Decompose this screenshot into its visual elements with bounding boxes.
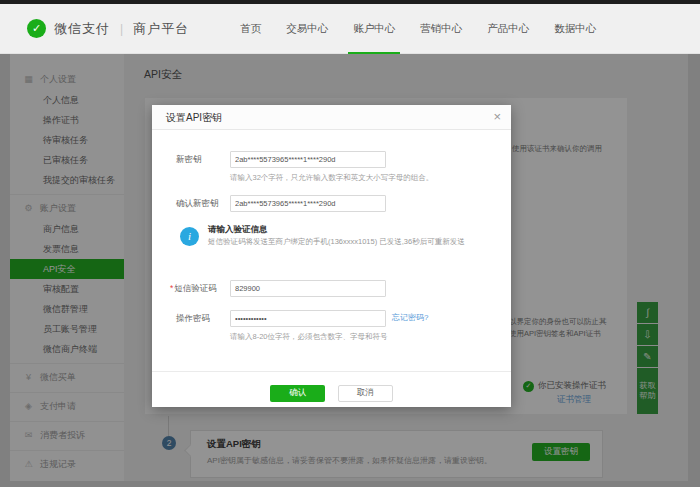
new-key-helper: 请输入32个字符，只允许输入数字和英文大小写字母的组合。	[230, 173, 433, 183]
top-nav: ✓ 微信支付 | 商户平台 首页 交易中心 账户中心 营销中心 产品中心 数据中…	[0, 4, 700, 54]
dialog-header: 设置API密钥 ×	[152, 105, 511, 130]
nav-item-account-center[interactable]: 账户中心	[348, 4, 400, 54]
brand-divider: |	[120, 22, 123, 36]
nav-item-product-center[interactable]: 产品中心	[482, 4, 534, 54]
op-password-label: 操作密码	[176, 310, 228, 327]
sms-code-input[interactable]	[230, 280, 386, 297]
brand-name: 微信支付	[54, 20, 110, 38]
set-api-key-dialog: 设置API密钥 × 新密钥 请输入32个字符，只允许输入数字和英文大小写字母的组…	[152, 105, 511, 407]
info-icon: i	[180, 227, 199, 246]
op-password-input[interactable]	[230, 310, 386, 327]
sms-code-label-text: 短信验证码	[174, 283, 217, 293]
nav-item-data-center[interactable]: 数据中心	[549, 4, 601, 54]
nav-item-trade-center[interactable]: 交易中心	[281, 4, 333, 54]
close-icon[interactable]: ×	[493, 108, 501, 126]
nav-item-home[interactable]: 首页	[235, 4, 266, 54]
dialog-title: 设置API密钥	[166, 111, 222, 125]
forgot-password-link[interactable]: 忘记密码?	[392, 312, 428, 323]
dialog-footer: 确认 取消	[152, 371, 511, 407]
sms-code-label: *短信验证码	[170, 280, 222, 297]
page-body: ▦ 个人设置 个人信息 操作证书 待审核任务 已审核任务 我提交的审核任务 ⚙ …	[0, 54, 700, 487]
confirm-button[interactable]: 确认	[270, 385, 325, 402]
wechat-pay-logo-icon: ✓	[27, 19, 46, 38]
merchant-platform-window: ✓ 微信支付 | 商户平台 首页 交易中心 账户中心 营销中心 产品中心 数据中…	[0, 0, 700, 487]
confirm-key-input[interactable]	[230, 195, 386, 212]
new-key-input[interactable]	[230, 151, 386, 168]
cancel-button[interactable]: 取消	[338, 385, 393, 402]
confirm-key-label: 确认新密钥	[176, 195, 228, 212]
nav-item-marketing-center[interactable]: 营销中心	[415, 4, 467, 54]
verify-notice-title: 请输入验证信息	[208, 224, 268, 236]
portal-name: 商户平台	[133, 20, 189, 38]
verify-notice-text: 短信验证码将发送至商户绑定的手机(136xxxx1015) 已发送,36秒后可重…	[208, 237, 465, 247]
op-password-helper: 请输入8-20位字符，必须包含数字、字母和符号	[230, 332, 388, 342]
nav-menu: 首页 交易中心 账户中心 营销中心 产品中心 数据中心	[235, 4, 616, 54]
required-asterisk: *	[170, 283, 173, 293]
new-key-label: 新密钥	[176, 151, 228, 168]
